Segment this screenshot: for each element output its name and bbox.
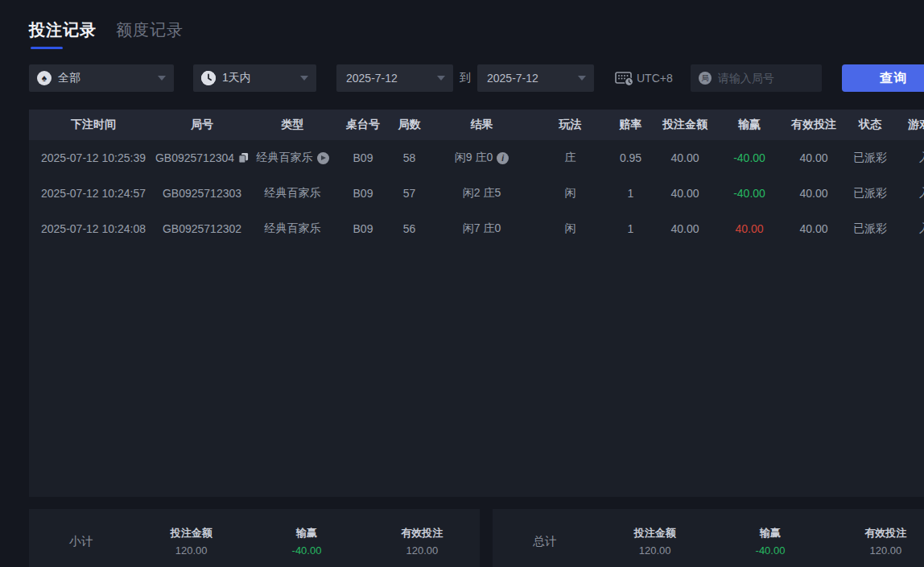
- chevron-down-icon: [437, 76, 445, 81]
- cell-result: 闲2 庄5: [431, 176, 532, 211]
- cell-status: 已派彩: [846, 211, 894, 246]
- cell-status: 已派彩: [846, 140, 894, 176]
- game-type-value: 全部: [58, 71, 151, 85]
- round-search-input[interactable]: [718, 72, 814, 85]
- column-header-win-loss: 输赢: [717, 110, 782, 140]
- cell-valid-bet: 40.00: [782, 211, 846, 246]
- cell-game-type: 经典百家乐: [246, 140, 339, 176]
- table-header-row: 下注时间局号类型桌台号局数结果玩法赔率投注金额输赢有效投注状态游戏模式: [29, 110, 924, 140]
- cell-valid-bet: 40.00: [782, 176, 846, 211]
- cell-result: 闲7 庄0: [431, 211, 532, 246]
- timezone-label: UTC+8: [637, 72, 673, 85]
- cell-table-number: B09: [339, 140, 387, 176]
- cell-bet-amount: 40.00: [653, 211, 717, 246]
- tab-quota-records-label: 额度记录: [116, 19, 184, 41]
- tab-bet-records[interactable]: 投注记录: [29, 19, 97, 49]
- filter-bar: ♠ 全部 1天内 2025-7-12 到 2025-7-12: [29, 64, 924, 92]
- table-row: 2025-07-12 10:25:39GB0925712304经典百家乐B095…: [29, 140, 924, 176]
- time-range-value: 1天内: [222, 71, 294, 85]
- summary-bar: 小计 投注金额 120.00 输赢 -40.00 有效投注 120.00 总计 …: [29, 509, 924, 567]
- cell-table-number: B09: [339, 211, 387, 246]
- total-valid-bet: 有效投注 120.00: [828, 526, 924, 557]
- cell-round-count: 57: [387, 176, 431, 211]
- cell-bet-amount: 40.00: [653, 140, 717, 176]
- cell-status: 已派彩: [846, 176, 894, 211]
- column-header-bet-time: 下注时间: [29, 110, 158, 140]
- column-header-result: 结果: [431, 110, 532, 140]
- cell-bet-time: 2025-07-12 10:25:39: [29, 140, 158, 176]
- cell-round-id: GB0925712304: [158, 140, 246, 176]
- cell-valid-bet: 40.00: [782, 140, 846, 176]
- table-row: 2025-07-12 10:24:08GB0925712302经典百家乐B095…: [29, 211, 924, 246]
- cell-bet-time: 2025-07-12 10:24:08: [29, 211, 158, 246]
- cell-game-mode: 入座: [894, 211, 924, 246]
- round-number-icon: 局: [699, 72, 712, 85]
- column-header-play-type: 玩法: [532, 110, 608, 140]
- clock-icon: [201, 71, 216, 85]
- tab-bet-records-label: 投注记录: [29, 19, 97, 41]
- column-header-valid-bet: 有效投注: [782, 110, 846, 140]
- total-card: 总计 投注金额 120.00 输赢 -40.00 有效投注 120.00: [493, 509, 924, 567]
- cell-win-loss: -40.00: [717, 176, 782, 211]
- records-table: 下注时间局号类型桌台号局数结果玩法赔率投注金额输赢有效投注状态游戏模式 2025…: [29, 110, 924, 497]
- date-to-picker[interactable]: 2025-7-12: [477, 64, 594, 92]
- chevron-down-icon: [578, 76, 586, 81]
- top-tabs: 投注记录 额度记录: [29, 19, 184, 49]
- round-search-field[interactable]: 局: [691, 64, 822, 92]
- column-header-odds: 赔率: [608, 110, 653, 140]
- calendar-clock-icon: [615, 71, 634, 86]
- date-from-picker[interactable]: 2025-7-12: [336, 64, 453, 92]
- cell-bet-amount: 40.00: [653, 176, 717, 211]
- cell-bet-time: 2025-07-12 10:24:57: [29, 176, 158, 211]
- column-header-game-mode: 游戏模式: [894, 110, 924, 140]
- cell-play-type: 闲: [532, 211, 608, 246]
- subtotal-winloss: 输赢 -40.00: [249, 526, 364, 557]
- cell-round-id: GB0925712303: [158, 176, 246, 211]
- column-header-round-id: 局号: [158, 110, 246, 140]
- column-header-bet-amount: 投注金额: [653, 110, 717, 140]
- subtotal-valid-bet: 有效投注 120.00: [365, 526, 480, 557]
- cell-game-type: 经典百家乐: [246, 211, 339, 246]
- cell-game-mode: 入座: [894, 140, 924, 176]
- cell-odds: 0.95: [608, 140, 653, 176]
- query-button[interactable]: 查询: [842, 64, 924, 92]
- tab-quota-records[interactable]: 额度记录: [116, 19, 184, 41]
- cell-result: 闲9 庄0i: [431, 140, 532, 176]
- chevron-down-icon: [158, 76, 166, 81]
- table-body: 2025-07-12 10:25:39GB0925712304经典百家乐B095…: [29, 140, 924, 246]
- subtotal-bet-amount: 投注金额 120.00: [134, 526, 249, 557]
- cell-table-number: B09: [339, 176, 387, 211]
- spade-icon: ♠: [37, 71, 52, 85]
- timezone-selector[interactable]: UTC+8: [615, 71, 673, 86]
- column-header-round-count: 局数: [387, 110, 431, 140]
- subtotal-label: 小计: [29, 534, 134, 549]
- date-from-value: 2025-7-12: [346, 72, 431, 85]
- cell-game-mode: 入座: [894, 176, 924, 211]
- video-replay-icon[interactable]: [317, 152, 329, 164]
- time-range-dropdown[interactable]: 1天内: [193, 64, 316, 92]
- cell-odds: 1: [608, 176, 653, 211]
- active-tab-underline: [31, 47, 63, 49]
- cell-win-loss: 40.00: [717, 211, 782, 246]
- cell-play-type: 闲: [532, 176, 608, 211]
- cell-round-count: 56: [387, 211, 431, 246]
- column-header-status: 状态: [846, 110, 894, 140]
- cell-round-count: 58: [387, 140, 431, 176]
- total-label: 总计: [493, 534, 597, 549]
- total-bet-amount: 投注金额 120.00: [597, 526, 712, 557]
- date-to-value: 2025-7-12: [487, 72, 571, 85]
- cell-win-loss: -40.00: [717, 140, 782, 176]
- column-header-game-type: 类型: [246, 110, 339, 140]
- info-icon[interactable]: i: [497, 152, 509, 164]
- column-header-table-number: 桌台号: [339, 110, 387, 140]
- cell-round-id: GB0925712302: [158, 211, 246, 246]
- to-label: 到: [460, 71, 471, 85]
- betting-records-page: 投注记录 额度记录 ♠ 全部 1天内 2025-7-12 到 2025-7-12: [0, 0, 924, 567]
- subtotal-card: 小计 投注金额 120.00 输赢 -40.00 有效投注 120.00: [29, 509, 480, 567]
- cell-game-type: 经典百家乐: [246, 176, 339, 211]
- cell-odds: 1: [608, 211, 653, 246]
- cell-play-type: 庄: [532, 140, 608, 176]
- game-type-dropdown[interactable]: ♠ 全部: [29, 64, 174, 92]
- chevron-down-icon: [300, 76, 308, 81]
- table-row: 2025-07-12 10:24:57GB0925712303经典百家乐B095…: [29, 176, 924, 211]
